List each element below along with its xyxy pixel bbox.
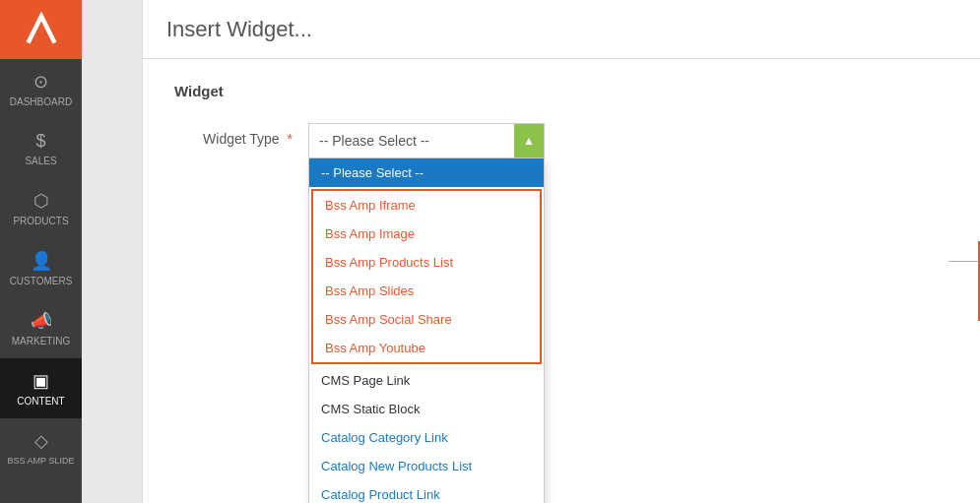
dropdown-item-cms-static-block[interactable]: CMS Static Block — [309, 395, 544, 423]
dropdown-item-bss-products-list[interactable]: Bss Amp Products List — [313, 248, 540, 277]
dashboard-icon: ⊙ — [33, 71, 48, 93]
dropdown-item-bss-social-share[interactable]: Bss Amp Social Share — [313, 305, 540, 334]
select-arrow-icon[interactable]: ▲ — [514, 124, 544, 157]
logo — [0, 0, 82, 59]
sales-icon: $ — [35, 131, 45, 152]
secondary-sidebar — [82, 0, 143, 503]
sidebar-item-marketing[interactable]: 📣 MARKETING — [0, 298, 82, 358]
sidebar-label-sales: SALES — [25, 156, 56, 166]
dropdown-item-bss-iframe[interactable]: Bss Amp Iframe — [313, 191, 540, 220]
widget-type-select[interactable]: -- Please Select -- ▲ — [308, 123, 545, 158]
sidebar-label-marketing: MARKETING — [12, 336, 70, 346]
select-placeholder-text: -- Please Select -- — [319, 133, 429, 149]
sidebar-item-bss-amp-slide[interactable]: ◇ BSS AMP SLIDE — [0, 418, 82, 477]
dropdown-item-catalog-product-link[interactable]: Catalog Product Link — [309, 480, 544, 503]
dropdown-item-bss-image[interactable]: Bss Amp Image — [313, 220, 540, 248]
widget-type-dropdown: -- Please Select -- Bss Amp Iframe Bss A… — [308, 158, 545, 503]
sidebar-item-products[interactable]: ⬡ PRODUCTS — [0, 178, 82, 238]
sidebar-item-dashboard[interactable]: ⊙ DASHBOARD — [0, 59, 82, 119]
dropdown-item-cms-page-link[interactable]: CMS Page Link — [309, 366, 544, 395]
sidebar-item-content[interactable]: ▣ CONTENT — [0, 358, 82, 418]
products-icon: ⬡ — [33, 190, 49, 212]
widget-type-form-row: Widget Type * -- Please Select -- ▲ -- P… — [174, 123, 948, 158]
sidebar-label-bss-amp-slide: BSS AMP SLIDE — [8, 456, 75, 466]
bss-group: Bss Amp Iframe Bss Amp Image Bss Amp Pro… — [311, 189, 542, 364]
bss-amp-icon: ◇ — [34, 430, 48, 452]
dropdown-item-bss-youtube[interactable]: Bss Amp Youtube — [313, 334, 540, 362]
page-title: Insert Widget... — [166, 17, 312, 42]
widget-type-label-text: Widget Type — [203, 131, 280, 147]
sidebar-label-products: PRODUCTS — [13, 216, 68, 226]
content-area: Widget Widget Type * -- Please Select --… — [143, 59, 980, 503]
dropdown-item-catalog-new-products-list[interactable]: Catalog New Products List — [309, 452, 544, 480]
tooltip-connector-line — [948, 261, 980, 262]
required-star: * — [288, 131, 293, 147]
dropdown-item-bss-slides[interactable]: Bss Amp Slides — [313, 277, 540, 305]
customers-icon: 👤 — [31, 250, 52, 272]
sidebar-item-sales[interactable]: $ SALES — [0, 119, 82, 178]
topbar: Insert Widget... — [143, 0, 980, 59]
main-content: Insert Widget... Widget Widget Type * --… — [143, 0, 980, 503]
marketing-icon: 📣 — [31, 310, 52, 332]
content-icon: ▣ — [33, 370, 49, 392]
sidebar-label-content: CONTENT — [17, 396, 64, 407]
sidebar-label-customers: CUSTOMERS — [10, 276, 73, 286]
sidebar-item-customers[interactable]: 👤 CUSTOMERS — [0, 238, 82, 298]
sidebar-label-dashboard: DASHBOARD — [10, 96, 72, 107]
widget-type-select-container: -- Please Select -- ▲ -- Please Select -… — [308, 123, 545, 158]
dropdown-item-catalog-category-link[interactable]: Catalog Category Link — [309, 423, 544, 452]
sidebar: ⊙ DASHBOARD $ SALES ⬡ PRODUCTS 👤 CUSTOME… — [0, 0, 82, 503]
dropdown-item-please-select[interactable]: -- Please Select -- — [309, 158, 544, 187]
section-title: Widget — [174, 83, 948, 99]
widget-type-label: Widget Type * — [174, 123, 293, 147]
